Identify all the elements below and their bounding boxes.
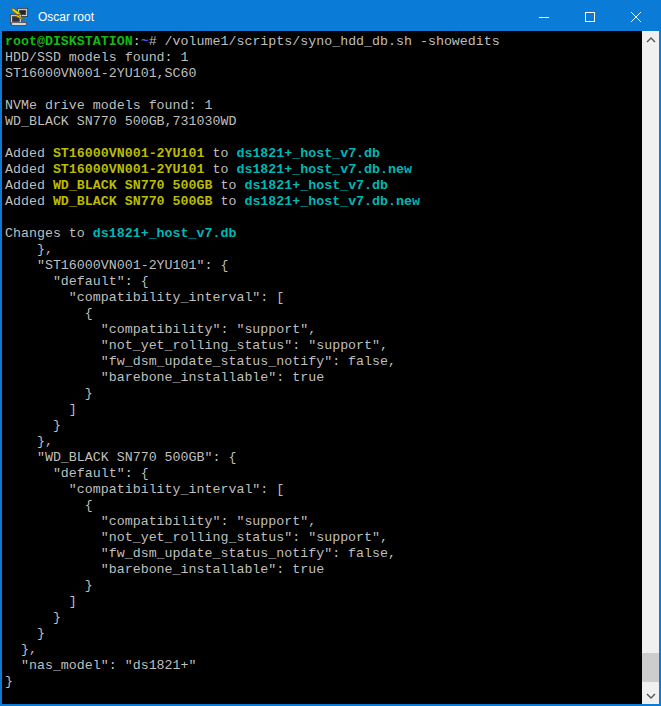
terminal-line: "default": {	[5, 466, 642, 482]
terminal-line: "ST16000VN001-2YU101": {	[5, 258, 642, 274]
terminal-text-segment: "not_yet_rolling_status": "support",	[5, 530, 388, 545]
terminal-line: "compatibility": "support",	[5, 322, 642, 338]
terminal-text-segment: ds1821+_host_v7.db	[244, 178, 388, 193]
putty-window: Oscar root root@DISKSTATION:~# /volume1/…	[0, 0, 661, 706]
terminal-text-segment: to	[205, 162, 237, 177]
scroll-up-button[interactable]	[642, 31, 659, 48]
close-button[interactable]	[613, 2, 659, 31]
terminal-text-segment: }	[5, 626, 45, 641]
terminal-text-segment: ds1821+_host_v7.db	[93, 226, 237, 241]
terminal-line: "compatibility": "support",	[5, 514, 642, 530]
terminal-text-segment: to	[205, 146, 237, 161]
terminal-line: ]	[5, 402, 642, 418]
terminal-text-segment: "compatibility_interval": [	[5, 290, 284, 305]
minimize-button[interactable]	[521, 2, 567, 31]
terminal-line: Added WD_BLACK SN770 500GB to ds1821+_ho…	[5, 194, 642, 210]
scrollbar-track[interactable]	[642, 48, 659, 687]
terminal-text-segment: },	[5, 642, 37, 657]
terminal-line: root@DISKSTATION:~# /volume1/scripts/syn…	[5, 34, 642, 50]
terminal-line: Added ST16000VN001-2YU101 to ds1821+_hos…	[5, 162, 642, 178]
window-title: Oscar root	[38, 10, 521, 24]
terminal-line: "barebone_installable": true	[5, 370, 642, 386]
titlebar[interactable]: Oscar root	[2, 2, 659, 31]
terminal-line: "WD_BLACK SN770 500GB": {	[5, 450, 642, 466]
terminal-text-segment: :	[133, 34, 141, 49]
scrollbar-thumb[interactable]	[642, 653, 659, 682]
terminal-line: },	[5, 642, 642, 658]
terminal-text-segment: "barebone_installable": true	[5, 562, 324, 577]
terminal-text-segment: "compatibility_interval": [	[5, 482, 284, 497]
terminal-text-segment: ST16000VN001-2YU101	[53, 146, 205, 161]
terminal-text-segment: #	[149, 34, 165, 49]
terminal-text-segment: "not_yet_rolling_status": "support",	[5, 338, 388, 353]
terminal-line: WD_BLACK SN770 500GB,731030WD	[5, 114, 642, 130]
terminal-line: NVMe drive models found: 1	[5, 98, 642, 114]
terminal-screen[interactable]: root@DISKSTATION:~# /volume1/scripts/syn…	[2, 31, 642, 704]
terminal-text-segment: ds1821+_host_v7.db	[236, 146, 380, 161]
terminal-line: }	[5, 674, 642, 690]
chevron-down-icon	[646, 693, 656, 699]
terminal-text-segment: WD_BLACK SN770 500GB,731030WD	[5, 114, 236, 129]
terminal-text-segment: root@DISKSTATION	[5, 34, 133, 49]
terminal-text-segment: {	[5, 498, 93, 513]
terminal-text-segment: HDD/SSD models found: 1	[5, 50, 189, 65]
terminal-line: "not_yet_rolling_status": "support",	[5, 530, 642, 546]
terminal-text-segment: "barebone_installable": true	[5, 370, 324, 385]
terminal-line: {	[5, 498, 642, 514]
terminal-line: "fw_dsm_update_status_notify": false,	[5, 546, 642, 562]
terminal-line: "fw_dsm_update_status_notify": false,	[5, 354, 642, 370]
terminal-text-segment: ST16000VN001-2YU101,SC60	[5, 66, 197, 81]
terminal-text-segment: "default": {	[5, 466, 149, 481]
terminal-line: Added ST16000VN001-2YU101 to ds1821+_hos…	[5, 146, 642, 162]
terminal-line: Added WD_BLACK SN770 500GB to ds1821+_ho…	[5, 178, 642, 194]
terminal-line: ST16000VN001-2YU101,SC60	[5, 66, 642, 82]
window-controls	[521, 2, 659, 31]
terminal-line: HDD/SSD models found: 1	[5, 50, 642, 66]
terminal-text-segment: "WD_BLACK SN770 500GB": {	[5, 450, 236, 465]
terminal-text-segment: "nas_model": "ds1821+"	[5, 658, 197, 673]
terminal-line: ]	[5, 594, 642, 610]
terminal-text-segment: Changes to	[5, 226, 93, 241]
terminal-text-segment: Added	[5, 178, 53, 193]
terminal-text-segment: "fw_dsm_update_status_notify": false,	[5, 354, 396, 369]
terminal-text-segment: }	[5, 610, 61, 625]
maximize-button[interactable]	[567, 2, 613, 31]
terminal-line: "compatibility_interval": [	[5, 482, 642, 498]
terminal-line: "compatibility_interval": [	[5, 290, 642, 306]
terminal-line: {	[5, 306, 642, 322]
terminal-text-segment: },	[5, 434, 53, 449]
terminal-text-segment: "default": {	[5, 274, 149, 289]
terminal-text-segment: "compatibility": "support",	[5, 322, 316, 337]
terminal-line: Changes to ds1821+_host_v7.db	[5, 226, 642, 242]
terminal-line: }	[5, 418, 642, 434]
terminal-text-segment: {	[5, 306, 93, 321]
scroll-down-button[interactable]	[642, 687, 659, 704]
terminal-line: "nas_model": "ds1821+"	[5, 658, 642, 674]
terminal-text-segment: NVMe drive models found: 1	[5, 98, 212, 113]
terminal-line: }	[5, 626, 642, 642]
terminal-line	[5, 130, 642, 146]
putty-app-icon[interactable]	[9, 7, 29, 27]
window-body: root@DISKSTATION:~# /volume1/scripts/syn…	[2, 31, 659, 704]
terminal-text-segment: /volume1/scripts/syno_hdd_db.sh -showedi…	[165, 34, 500, 49]
terminal-text-segment: Added	[5, 162, 53, 177]
terminal-text-segment: ]	[5, 594, 77, 609]
terminal-text-segment: ]	[5, 402, 77, 417]
terminal-text-segment: ~	[141, 34, 149, 49]
scrollbar[interactable]	[642, 31, 659, 704]
terminal-text-segment: ds1821+_host_v7.db.new	[236, 162, 412, 177]
terminal-line: },	[5, 434, 642, 450]
terminal-text-segment: }	[5, 674, 13, 689]
terminal-text-segment: to	[212, 178, 244, 193]
terminal-text-segment: }	[5, 578, 93, 593]
terminal-line: "not_yet_rolling_status": "support",	[5, 338, 642, 354]
terminal-text-segment: "ST16000VN001-2YU101": {	[5, 258, 228, 273]
terminal-text-segment: Added	[5, 194, 53, 209]
terminal-line: }	[5, 578, 642, 594]
terminal-text-segment: WD_BLACK SN770 500GB	[53, 178, 213, 193]
terminal-text-segment: },	[5, 242, 53, 257]
terminal-text-segment: }	[5, 418, 61, 433]
terminal-text-segment: "compatibility": "support",	[5, 514, 316, 529]
terminal-line: "barebone_installable": true	[5, 562, 642, 578]
terminal-text-segment: Added	[5, 146, 53, 161]
